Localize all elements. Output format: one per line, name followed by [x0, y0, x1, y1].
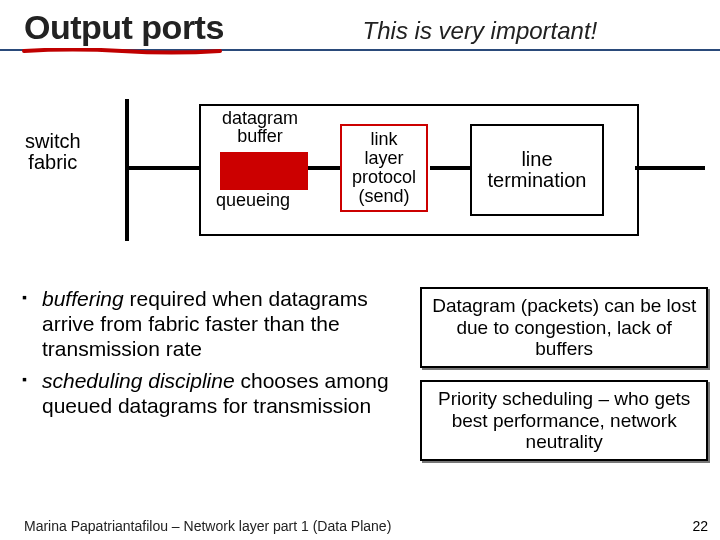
bullet-list: buffering required when datagrams arrive… [20, 287, 408, 461]
callout-box: Priority scheduling – who gets best perf… [420, 380, 708, 461]
line-mid-1 [308, 166, 342, 170]
bullet-item: buffering required when datagrams arrive… [42, 287, 408, 361]
datagram-buffer-label: datagrambuffer [210, 109, 310, 145]
switch-fabric-label: switchfabric [25, 131, 81, 173]
page-number: 22 [692, 518, 708, 534]
line-termination-box: linetermination [470, 124, 604, 216]
bullet-item: scheduling discipline chooses among queu… [42, 369, 408, 419]
title-underline-mark [22, 48, 222, 55]
important-note: This is very important! [264, 17, 696, 49]
line-mid-2 [430, 166, 472, 170]
line-in [129, 166, 199, 170]
fabric-bar [125, 99, 129, 241]
callouts: Datagram (packets) can be lost due to co… [420, 287, 708, 461]
line-out [635, 166, 705, 170]
link-layer-protocol-box: linklayerprotocol(send) [340, 124, 428, 212]
buffer-queue-icon [220, 152, 308, 190]
title-row: Output ports This is very important! [0, 0, 720, 51]
diagram: switchfabric datagrambuffer queueing lin… [80, 91, 640, 251]
bullet-em: buffering [42, 287, 124, 310]
body-area: buffering required when datagrams arrive… [20, 287, 708, 461]
bullet-em: scheduling discipline [42, 369, 235, 392]
callout-box: Datagram (packets) can be lost due to co… [420, 287, 708, 368]
queueing-label: queueing [216, 190, 290, 211]
page-title: Output ports [24, 8, 224, 49]
footer-text: Marina Papatriantafilou – Network layer … [24, 518, 391, 534]
